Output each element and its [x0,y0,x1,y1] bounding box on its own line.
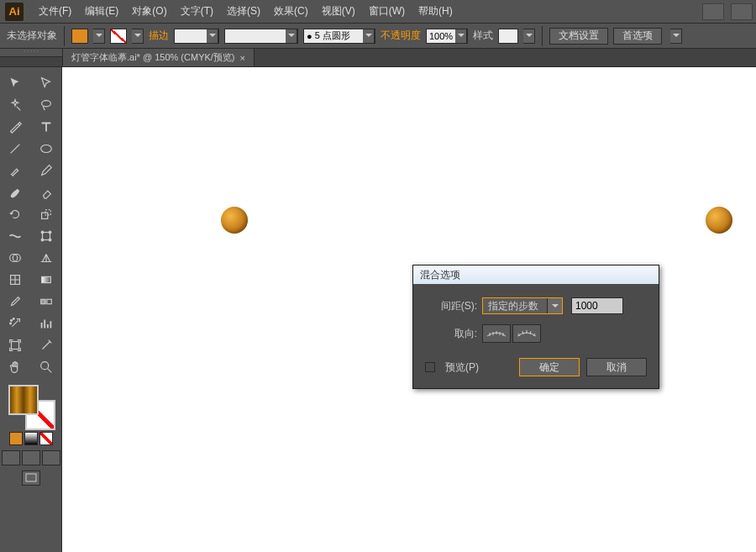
orientation-align-path[interactable] [512,324,541,343]
hand-tool[interactable] [0,356,31,378]
type-tool[interactable] [31,116,62,138]
shape-builder-tool[interactable] [0,247,31,269]
draw-behind[interactable] [22,450,40,465]
draw-normal[interactable] [2,450,20,465]
arrange-button[interactable] [731,3,753,20]
style-dropdown[interactable] [523,29,535,44]
svg-point-15 [11,320,13,322]
svg-point-8 [49,239,51,241]
svg-rect-2 [41,213,47,218]
dialog-title[interactable]: 混合选项 [413,265,659,284]
preferences-button[interactable]: 首选项 [613,28,662,45]
canvas-circle-2[interactable] [706,207,732,234]
svg-rect-18 [12,342,19,350]
spacing-dropdown-icon[interactable] [547,298,562,313]
artboard-tool[interactable] [0,334,31,356]
rotate-tool[interactable] [0,203,31,225]
blend-options-dialog: 混合选项 间距(S): 指定的步数 取向: 预览(P) [412,265,659,389]
menu-object[interactable]: 对象(O) [125,1,173,22]
paintbrush-tool[interactable] [0,160,31,181]
svg-point-17 [13,318,15,320]
mesh-tool[interactable] [0,269,31,291]
svg-point-5 [41,231,44,234]
opacity-combo[interactable]: 100% [426,29,468,44]
svg-point-0 [41,101,50,107]
orientation-label: 取向: [425,327,477,341]
lasso-tool[interactable] [31,94,62,116]
menu-effect[interactable]: 效果(C) [267,1,315,22]
toolbox [0,67,62,552]
spacing-steps-input[interactable] [571,297,623,314]
magic-wand-tool[interactable] [0,94,31,116]
style-swatch[interactable] [498,29,518,44]
ellipse-tool[interactable] [31,138,62,160]
stroke-dropdown[interactable] [132,29,144,44]
close-tab-icon[interactable]: × [240,53,245,63]
screen-mode-toggle[interactable] [22,471,40,486]
color-mode-row [0,432,61,445]
svg-rect-20 [26,474,36,481]
color-mode-solid[interactable] [9,432,23,445]
menu-type[interactable]: 文字(T) [174,1,220,22]
fill-dropdown[interactable] [93,29,105,44]
svg-point-19 [40,362,48,370]
gradient-tool[interactable] [31,269,62,291]
eraser-tool[interactable] [31,181,62,203]
spacing-label: 间距(S): [425,299,477,313]
selection-status: 未选择对象 [7,29,57,43]
width-tool[interactable] [0,225,31,247]
fill-swatch[interactable] [71,29,88,44]
color-mode-none[interactable] [39,432,53,445]
perspective-grid-tool[interactable] [31,247,62,269]
menu-edit[interactable]: 编辑(E) [78,1,125,22]
stroke-label[interactable]: 描边 [149,29,169,43]
document-tab-title: 灯管字体临摹.ai* @ 150% (CMYK/预览) [71,51,235,64]
toolbox-handle[interactable] [0,49,62,57]
scale-tool[interactable] [31,203,62,225]
brush-combo[interactable]: ● 5 点圆形 [303,29,375,44]
control-bar: 未选择对象 描边 ● 5 点圆形 不透明度 100% 样式 文档设置 首选项 [0,24,756,49]
pencil-tool[interactable] [31,160,62,181]
stroke-weight-combo[interactable] [174,29,219,44]
bridge-button[interactable] [702,3,724,20]
direct-selection-tool[interactable] [31,72,62,94]
document-tab[interactable]: 灯管字体临摹.ai* @ 150% (CMYK/预览) × [62,48,255,66]
zoom-tool[interactable] [31,356,62,378]
menu-file[interactable]: 文件(F) [32,1,78,22]
menu-help[interactable]: 帮助(H) [412,1,459,22]
free-transform-tool[interactable] [31,225,62,247]
fill-color-swatch[interactable] [8,385,39,415]
pen-tool[interactable] [0,116,31,138]
symbol-sprayer-tool[interactable] [0,313,31,334]
eyedropper-tool[interactable] [0,291,31,313]
selection-tool[interactable] [0,72,31,94]
variable-width-combo[interactable] [224,29,298,44]
menu-select[interactable]: 选择(S) [220,1,267,22]
blob-brush-tool[interactable] [0,181,31,203]
orientation-align-page[interactable] [482,324,511,343]
opacity-label[interactable]: 不透明度 [381,29,421,43]
doc-setup-button[interactable]: 文档设置 [549,28,608,45]
ok-button[interactable]: 确定 [519,358,580,376]
column-graph-tool[interactable] [31,313,62,334]
cancel-button[interactable]: 取消 [586,358,647,376]
svg-rect-12 [41,276,50,282]
menu-view[interactable]: 视图(V) [315,1,362,22]
svg-rect-14 [47,299,51,303]
spacing-select[interactable]: 指定的步数 [482,297,563,314]
stroke-swatch[interactable] [110,29,127,44]
menu-window[interactable]: 窗口(W) [362,1,412,22]
panel-menu-dropdown[interactable] [670,29,682,44]
svg-point-7 [41,239,44,241]
line-tool[interactable] [0,138,31,160]
svg-point-16 [10,323,12,324]
spacing-select-value: 指定的步数 [488,299,538,313]
color-mode-gradient[interactable] [24,432,38,445]
blend-tool[interactable] [31,291,62,313]
slice-tool[interactable] [31,334,62,356]
canvas-circle-1[interactable] [221,207,248,234]
fill-stroke-swatch[interactable] [0,383,61,430]
draw-inside[interactable] [42,450,60,465]
document-tab-bar: 灯管字体临摹.ai* @ 150% (CMYK/预览) × [0,49,756,67]
preview-checkbox[interactable] [425,362,435,372]
